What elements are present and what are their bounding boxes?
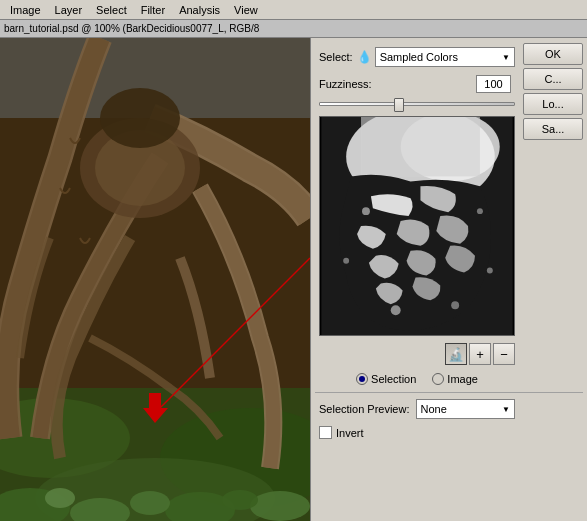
select-value: Sampled Colors bbox=[380, 51, 458, 63]
selection-radio-option[interactable]: Selection bbox=[356, 373, 416, 385]
svg-point-12 bbox=[250, 491, 310, 521]
view-mode-row: Selection Image bbox=[311, 368, 587, 390]
divider bbox=[315, 392, 583, 393]
cancel-label: C... bbox=[544, 73, 561, 85]
preview-image bbox=[320, 117, 514, 335]
preview-dropdown-arrow-icon: ▼ bbox=[502, 405, 510, 414]
svg-point-15 bbox=[222, 490, 258, 510]
fuzziness-slider-thumb[interactable] bbox=[394, 98, 404, 112]
eyedropper-add-icon: + bbox=[476, 347, 484, 362]
svg-point-8 bbox=[100, 88, 180, 148]
selection-preview-label: Selection Preview: bbox=[319, 403, 410, 415]
color-range-panel: Select: 💧 Sampled Colors ▼ OK C... Lo...… bbox=[310, 38, 587, 521]
fuzziness-slider-track bbox=[319, 102, 515, 106]
menu-layer[interactable]: Layer bbox=[49, 2, 89, 18]
dropdown-arrow-icon: ▼ bbox=[502, 53, 510, 62]
title-bar: barn_tutorial.psd @ 100% (BarkDecidious0… bbox=[0, 20, 587, 38]
menu-bar: Image Layer Select Filter Analysis View bbox=[0, 0, 587, 20]
menu-select[interactable]: Select bbox=[90, 2, 133, 18]
svg-rect-21 bbox=[361, 117, 480, 176]
preview-container bbox=[319, 116, 515, 336]
svg-point-13 bbox=[45, 488, 75, 508]
selection-preview-row: Selection Preview: None ▼ bbox=[311, 395, 587, 423]
eyedropper-subtract-icon: − bbox=[500, 347, 508, 362]
selection-preview-dropdown[interactable]: None ▼ bbox=[416, 399, 516, 419]
svg-point-14 bbox=[130, 491, 170, 515]
fuzziness-value[interactable]: 100 bbox=[476, 75, 511, 93]
menu-view[interactable]: View bbox=[228, 2, 264, 18]
fuzziness-label: Fuzziness: bbox=[319, 78, 372, 90]
eyedropper-tools-row: 🔬 + − bbox=[311, 340, 587, 368]
menu-image[interactable]: Image bbox=[4, 2, 47, 18]
svg-point-25 bbox=[451, 301, 459, 309]
image-radio-option[interactable]: Image bbox=[432, 373, 478, 385]
menu-filter[interactable]: Filter bbox=[135, 2, 171, 18]
select-label: Select: bbox=[319, 51, 353, 63]
eyedropper-add-button[interactable]: + bbox=[469, 343, 491, 365]
eyedropper-small-icon: 💧 bbox=[357, 50, 372, 64]
eyedropper-subtract-button[interactable]: − bbox=[493, 343, 515, 365]
svg-point-22 bbox=[362, 207, 370, 215]
menu-analysis[interactable]: Analysis bbox=[173, 2, 226, 18]
svg-point-26 bbox=[487, 268, 493, 274]
canvas-image bbox=[0, 38, 310, 521]
invert-row: Invert bbox=[311, 423, 587, 442]
svg-point-27 bbox=[343, 258, 349, 264]
invert-label: Invert bbox=[336, 427, 364, 439]
selection-radio-label: Selection bbox=[371, 373, 416, 385]
load-label: Lo... bbox=[542, 98, 563, 110]
buttons-column: OK C... Lo... Sa... bbox=[523, 38, 583, 140]
load-button[interactable]: Lo... bbox=[523, 93, 583, 115]
eyedropper-icon: 🔬 bbox=[448, 347, 464, 362]
ok-button[interactable]: OK bbox=[523, 43, 583, 65]
selection-radio-indicator bbox=[356, 373, 368, 385]
fuzziness-number: 100 bbox=[484, 78, 502, 90]
save-button[interactable]: Sa... bbox=[523, 118, 583, 140]
cancel-button[interactable]: C... bbox=[523, 68, 583, 90]
title-text: barn_tutorial.psd @ 100% (BarkDecidious0… bbox=[4, 23, 259, 34]
eyedropper-normal-button[interactable]: 🔬 bbox=[445, 343, 467, 365]
select-dropdown[interactable]: Sampled Colors ▼ bbox=[375, 47, 515, 67]
selection-preview-value: None bbox=[421, 403, 447, 415]
invert-checkbox[interactable] bbox=[319, 426, 332, 439]
save-label: Sa... bbox=[542, 123, 565, 135]
svg-point-24 bbox=[391, 305, 401, 315]
main-content: Select: 💧 Sampled Colors ▼ OK C... Lo...… bbox=[0, 38, 587, 521]
image-radio-indicator bbox=[432, 373, 444, 385]
svg-point-23 bbox=[477, 208, 483, 214]
image-radio-label: Image bbox=[447, 373, 478, 385]
canvas-area bbox=[0, 38, 310, 521]
